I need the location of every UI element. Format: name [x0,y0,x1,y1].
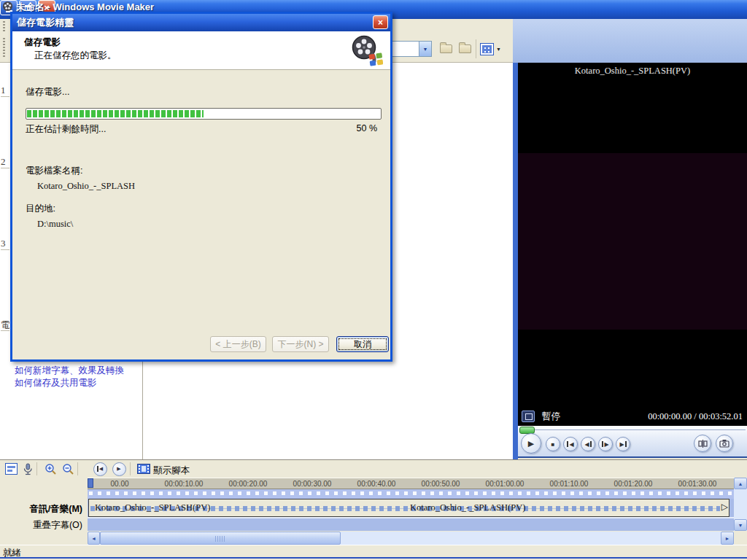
rewind-timeline-button[interactable]: ◀ [92,462,108,476]
scroll-left-icon: ◄ [91,536,96,541]
take-picture-button[interactable] [716,435,733,452]
scroll-down-button[interactable]: ▼ [734,519,747,531]
cancel-button[interactable]: 取消 [336,336,389,352]
dialog-body: 儲存電影... 正在估計剩餘時間... 50 % 電影檔案名稱: Kotaro_… [12,70,390,359]
overlay-track-label: 重疊字幕(O) [0,519,82,532]
set-audio-levels-button[interactable] [3,462,19,476]
show-storyboard-label[interactable]: 顯示腳本 [153,464,190,477]
ruler-tick-label: 00:00:50.00 [409,478,473,489]
new-folder-button[interactable] [457,41,473,57]
storyboard-icon [137,464,150,474]
seek-track[interactable] [519,429,746,430]
ruler-tick-label: 00:01:30.00 [665,478,729,489]
previous-frame-button[interactable]: ◀ [563,437,578,451]
camera-icon [719,439,729,448]
prev-icon: ◀ [569,441,573,448]
zoom-out-icon [62,463,74,475]
dialog-close-icon: × [378,18,383,28]
restore-icon [25,5,31,11]
play-icon: ▶ [528,439,534,448]
dialog-close-button[interactable]: × [373,15,388,29]
fwd-bar-icon [602,441,603,447]
dialog-header: 儲存電影 正在儲存您的電影。 [12,31,390,70]
progress-section-label: 儲存電影... [26,86,69,98]
dialog-title: 儲存電影精靈 [12,16,74,29]
back-icon: ◀ [584,441,589,448]
next-frame-button[interactable]: ▶ [616,437,630,451]
narrate-timeline-button[interactable] [20,462,36,476]
scroll-down-icon: ▼ [738,523,743,528]
zoom-out-button[interactable] [60,462,76,476]
file-name-label: 電影檔案名稱: [26,165,82,177]
timeline-toolbar-separator [77,462,78,475]
dialog-header-title: 儲存電影 [24,36,61,49]
rewind-bar-icon [97,466,98,472]
preview-status-bar: 暫停 00:00:00.00 / 00:03:52.01 [518,407,747,426]
zoom-in-button[interactable] [42,462,58,476]
combobox-value [392,42,419,56]
preview-splitter[interactable] [513,63,518,459]
play-button[interactable]: ▶ [521,433,541,454]
audio-levels-icon [5,463,18,475]
back-button[interactable]: < 上一步(B) [210,336,266,352]
app-icon [2,1,13,12]
progress-bar-fill [27,110,204,117]
panel-header-area [513,19,747,63]
split-clip-button[interactable] [694,435,711,452]
ruler-tick-label: 00:00:10.00 [152,478,216,489]
help-link-save-share[interactable]: 如何儲存及共用電影 [15,377,97,389]
timeline-toolbar-separator [36,462,37,475]
audio-clip-label: Kotaro_Oshio_-_SPLASH(PV) [410,502,525,513]
destination-value: D:\music\ [37,219,73,230]
fullscreen-button[interactable] [522,411,535,422]
views-dropdown-icon: ▼ [496,47,501,52]
up-folder-button[interactable] [438,41,454,57]
step-forward-button[interactable]: ▶ [598,437,613,451]
progress-bar [26,108,382,120]
file-name-value: Kotaro_Oshio_-_SPLASH [37,181,135,192]
location-combobox[interactable]: ▼ [391,41,432,57]
save-movie-wizard-dialog: 儲存電影精靈 × 儲存電影 正在儲存您的電影。 [10,12,392,362]
next-icon: ▶ [619,441,624,448]
timeline-left-fill [0,532,88,545]
prev-bar-icon [567,441,568,447]
dialog-titlebar[interactable]: 儲存電影精靈 [12,14,390,31]
progress-percent: 50 % [357,123,378,133]
split-icon [698,439,708,448]
stop-button[interactable]: ■ [546,437,560,451]
scroll-right-button[interactable]: ► [721,532,734,545]
toolbar-grip [3,21,5,31]
horizontal-scrollbar-thumb[interactable] [100,532,341,545]
dialog-button-row: < 上一步(B) 下一步(N) > 取消 [12,336,390,352]
scroll-up-button[interactable]: ▲ [734,478,747,489]
audio-clip[interactable]: Kotaro_Oshio_-_SPLASH(PV) Kotaro_Oshio_-… [88,499,729,517]
views-grid-icon [480,43,494,55]
play-timeline-button[interactable]: ▶ [111,462,127,476]
clip-continues-icon: ▷ [721,502,728,512]
preview-clip-title: Kotaro_Oshio_-_SPLASH(PV) [518,63,747,79]
scroll-up-icon: ▲ [738,481,743,486]
playback-state: 暫停 [542,411,560,423]
audio-clip-label: Kotaro_Oshio_-_SPLASH(PV) [95,502,210,513]
play-timeline-icon: ▶ [117,466,120,472]
audio-track-label: 音訊/音樂(M) [0,503,82,516]
help-link-titles-effects[interactable]: 如何新增字幕、效果及轉換 [15,365,124,377]
video-track-strip [88,489,734,499]
dialog-header-subtitle: 正在儲存您的電影。 [34,50,117,62]
next-button[interactable]: 下一步(N) > [272,336,329,352]
playhead-marker[interactable] [88,478,93,488]
movie-maker-window: 未命名 - Windows Movie Maker × ▼ ▼ 1 2 3 電 … [0,0,747,560]
combobox-dropdown-icon[interactable]: ▼ [419,42,431,56]
toolbar-separator [476,39,476,58]
stop-icon: ■ [551,441,555,448]
ruler-tick-label: 00.00 [88,478,152,489]
scroll-left-button[interactable]: ◄ [88,532,100,545]
show-storyboard-button[interactable] [136,462,152,476]
scrollbar-corner [734,532,747,545]
timeline-ruler[interactable]: 00.0000:00:10.0000:00:20.0000:00:30.0000… [88,478,734,489]
views-button[interactable]: ▼ [479,41,505,57]
ruler-tick-label: 00:00:20.00 [216,478,280,489]
ruler-tick-label: 00:01:00.00 [473,478,537,489]
step-back-button[interactable]: ◀ [581,437,595,451]
task-group-4-fragment: 電 [1,319,9,331]
